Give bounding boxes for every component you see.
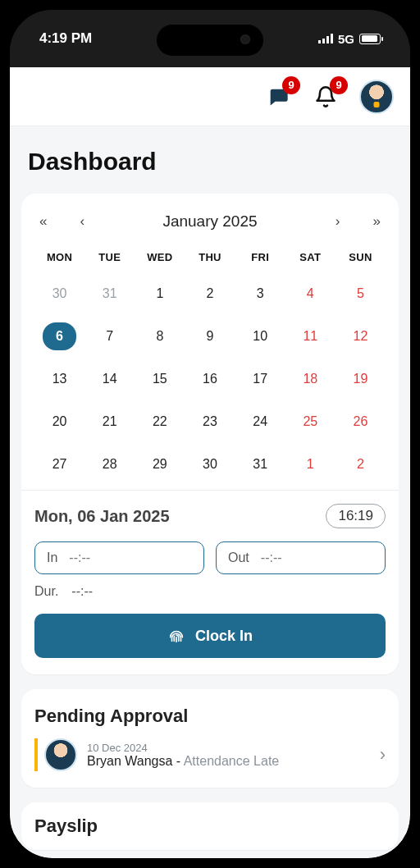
calendar-day[interactable]: 6 [34,324,84,349]
chevron-right-icon: › [380,744,386,765]
pending-title: Pending Approval [34,706,386,727]
chat-button[interactable]: 9 [264,83,292,111]
calendar-dow: TUE [84,251,135,263]
clock-in-field[interactable]: In --:-- [34,541,204,574]
calendar-day[interactable]: 30 [34,281,84,306]
calendar-month-label: January 2025 [162,212,257,231]
calendar-day[interactable]: 29 [135,452,185,477]
calendar-day[interactable]: 25 [285,409,336,434]
network-label: 5G [338,32,354,46]
calendar-day[interactable]: 16 [185,367,235,391]
calendar-day[interactable]: 20 [34,409,84,434]
calendar-day[interactable]: 12 [336,324,386,349]
calendar-day[interactable]: 5 [336,281,386,306]
approval-reason: Attendance Late [184,754,280,768]
page-title: Dashboard [28,148,399,176]
app-screen: 9 9 Dashboard « ‹ January 2025 › [10,67,410,858]
calendar-day[interactable]: 2 [185,281,235,306]
calendar-day[interactable]: 30 [185,452,235,477]
clock-out-field[interactable]: Out --:-- [216,541,386,574]
calendar-day[interactable]: 31 [84,281,135,306]
calendar-day[interactable]: 28 [84,452,135,477]
calendar-day[interactable]: 1 [285,452,336,477]
status-time: 4:19 PM [39,30,92,47]
calendar-day[interactable]: 15 [135,367,185,391]
clock-in-button[interactable]: Clock In [34,614,386,658]
approval-item[interactable]: 10 Dec 2024 Bryan Wangsa - Attendance La… [34,738,386,771]
calendar-dow: MON [34,251,84,263]
calendar-day[interactable]: 17 [235,367,285,391]
duration-label: Dur. [34,584,58,599]
battery-icon [359,34,381,44]
calendar-prev-year[interactable]: « [34,210,52,233]
calendar-day[interactable]: 13 [34,367,84,391]
notifications-button[interactable]: 9 [312,83,340,111]
calendar-grid: MONTUEWEDTHUFRISATSUN3031123456789101112… [34,251,386,477]
out-label: Out [228,550,249,565]
device-frame: 4:19 PM 5G 9 9 Dashboard « [0,0,420,868]
avatar-button[interactable] [359,80,394,114]
calendar-dow: SUN [336,251,386,263]
approval-main: Bryan Wangsa - Attendance Late [87,754,370,769]
duration-value: --:-- [71,584,93,599]
calendar-next-year[interactable]: » [368,210,386,233]
device-notch [157,25,263,56]
notifications-badge: 9 [330,76,348,94]
approval-text: 10 Dec 2024 Bryan Wangsa - Attendance La… [87,742,370,769]
in-value: --:-- [69,550,90,565]
fingerprint-icon [167,627,185,645]
approval-avatar [44,738,77,771]
calendar-dow: SAT [285,251,336,263]
calendar-day[interactable]: 7 [84,324,135,349]
calendar-day[interactable]: 8 [135,324,185,349]
approval-name: Bryan Wangsa [87,754,172,768]
calendar-day[interactable]: 31 [235,452,285,477]
calendar-dow: WED [135,251,185,263]
calendar-day[interactable]: 21 [84,409,135,434]
in-out-row: In --:-- Out --:-- [34,541,386,574]
calendar-day[interactable]: 10 [235,324,285,349]
out-value: --:-- [261,550,282,565]
signal-icon [318,34,333,43]
calendar-day[interactable]: 11 [285,324,336,349]
calendar-day[interactable]: 1 [135,281,185,306]
clock-in-label: Clock In [195,628,253,645]
calendar-day[interactable]: 23 [185,409,235,434]
calendar-day[interactable]: 27 [34,452,84,477]
calendar-day[interactable]: 4 [285,281,336,306]
calendar-day[interactable]: 9 [185,324,235,349]
calendar-day[interactable]: 2 [336,452,386,477]
calendar-day[interactable]: 19 [336,367,386,391]
calendar-card: « ‹ January 2025 › » MONTUEWEDTHUFRISATS… [21,194,399,674]
calendar-day[interactable]: 22 [135,409,185,434]
app-header: 9 9 [10,67,410,126]
calendar-nav: « ‹ January 2025 › » [34,210,386,233]
attendance-header: Mon, 06 Jan 2025 16:19 [34,504,386,528]
calendar-prev-month[interactable]: ‹ [75,210,89,233]
payslip-title: Payslip [34,815,386,837]
content: Dashboard « ‹ January 2025 › » MONTUEWED… [10,126,410,850]
status-right: 5G [318,32,381,46]
payslip-card[interactable]: Payslip [21,802,399,850]
duration-row: Dur. --:-- [34,584,386,599]
divider [21,490,399,491]
calendar-day[interactable]: 24 [235,409,285,434]
calendar-dow: THU [185,251,235,263]
calendar-day[interactable]: 18 [285,367,336,391]
attendance-date: Mon, 06 Jan 2025 [34,507,170,526]
calendar-day[interactable]: 26 [336,409,386,434]
calendar-dow: FRI [235,251,285,263]
in-label: In [47,550,57,565]
calendar-day[interactable]: 14 [84,367,135,391]
calendar-day[interactable]: 3 [235,281,285,306]
pending-approval-card: Pending Approval 10 Dec 2024 Bryan Wangs… [21,689,399,788]
chat-badge: 9 [282,76,300,94]
calendar-next-month[interactable]: › [331,210,345,233]
current-time-chip: 16:19 [326,504,386,528]
approval-date: 10 Dec 2024 [87,742,370,754]
